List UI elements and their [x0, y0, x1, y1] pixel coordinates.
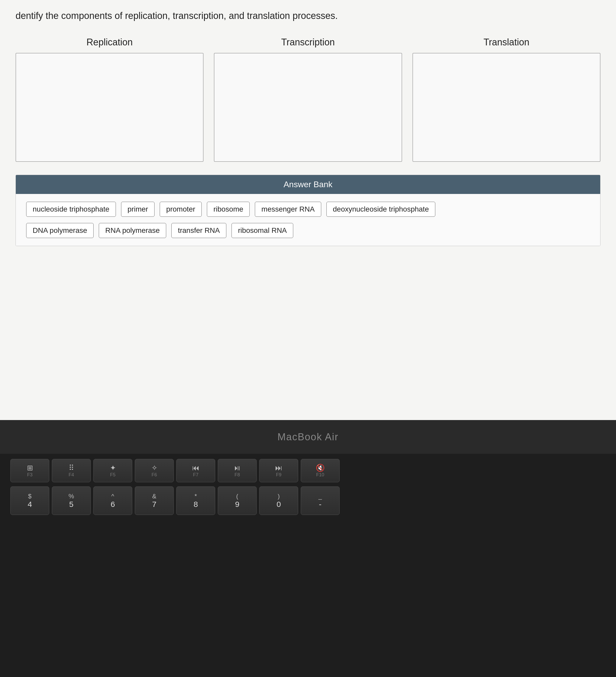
key-9-shift: (: [236, 493, 238, 500]
key-4-shift: $: [28, 493, 31, 500]
answer-bank-header: Answer Bank: [16, 175, 600, 194]
f4-label: F4: [68, 472, 74, 478]
chip-rna-polymerase[interactable]: RNA polymerase: [99, 223, 166, 238]
key-f10[interactable]: 🔇 F10: [301, 459, 340, 482]
answer-bank-body: nucleoside triphosphate primer promoter …: [16, 194, 600, 246]
column-replication: Replication: [15, 37, 203, 162]
chip-nucleoside-triphosphate[interactable]: nucleoside triphosphate: [26, 202, 116, 217]
key-f6[interactable]: ✧ F6: [135, 459, 174, 482]
key-7-shift: &: [152, 493, 156, 500]
key-7[interactable]: & 7: [135, 486, 174, 515]
chip-transfer-rna[interactable]: transfer RNA: [171, 223, 226, 238]
drop-zone-transcription[interactable]: [214, 53, 402, 162]
chip-promoter[interactable]: promoter: [160, 202, 202, 217]
key-6-base: 6: [111, 500, 115, 509]
key-8[interactable]: * 8: [176, 486, 215, 515]
f6-label: F6: [151, 472, 157, 478]
chip-primer[interactable]: primer: [121, 202, 154, 217]
num-row: $ 4 % 5 ^ 6 & 7 * 8 ( 9: [10, 486, 606, 515]
f3-label: F3: [27, 472, 33, 478]
key-6-shift: ^: [111, 493, 114, 500]
column-title-replication: Replication: [87, 37, 133, 48]
answer-bank: Answer Bank nucleoside triphosphate prim…: [15, 175, 601, 246]
chip-ribosomal-rna[interactable]: ribosomal RNA: [232, 223, 293, 238]
answer-row-2: DNA polymerase RNA polymerase transfer R…: [26, 223, 590, 238]
key-f9[interactable]: ⏭ F9: [259, 459, 298, 482]
laptop-brand-bar: MacBook Air: [0, 420, 616, 454]
key-4-base: 4: [28, 500, 32, 509]
key-5[interactable]: % 5: [52, 486, 91, 515]
f6-icon: ✧: [151, 464, 157, 472]
f7-icon: ⏮: [192, 464, 199, 472]
key-4[interactable]: $ 4: [10, 486, 49, 515]
f5-icon: ✦: [110, 464, 116, 472]
key-f5[interactable]: ✦ F5: [93, 459, 132, 482]
key-9-base: 9: [235, 500, 240, 509]
drop-zone-replication[interactable]: [15, 53, 203, 162]
screen-area: dentify the components of replication, t…: [0, 0, 616, 420]
f4-icon: ⠿: [69, 464, 74, 472]
key-f8[interactable]: ⏯ F8: [218, 459, 257, 482]
answer-row-1: nucleoside triphosphate primer promoter …: [26, 202, 590, 217]
column-translation: Translation: [413, 37, 601, 162]
key-8-base: 8: [194, 500, 198, 509]
chip-dna-polymerase[interactable]: DNA polymerase: [26, 223, 94, 238]
f9-icon: ⏭: [275, 464, 282, 472]
key-f4[interactable]: ⠿ F4: [52, 459, 91, 482]
column-transcription: Transcription: [214, 37, 402, 162]
f9-label: F9: [276, 472, 281, 478]
keyboard-area: ⊞ F3 ⠿ F4 ✦ F5 ✧ F6 ⏮ F7: [0, 454, 616, 677]
key-8-shift: *: [194, 493, 197, 500]
column-title-translation: Translation: [483, 37, 529, 48]
column-title-transcription: Transcription: [281, 37, 335, 48]
drop-zone-translation[interactable]: [413, 53, 601, 162]
key-minus-shift: _: [318, 493, 322, 500]
key-minus[interactable]: _ -: [301, 486, 340, 515]
key-5-shift: %: [68, 493, 74, 500]
key-0-base: 0: [277, 500, 281, 509]
chip-messenger-rna[interactable]: messenger RNA: [255, 202, 321, 217]
key-f7[interactable]: ⏮ F7: [176, 459, 215, 482]
key-5-base: 5: [69, 500, 74, 509]
key-0-shift: ): [278, 493, 280, 500]
key-7-base: 7: [152, 500, 156, 509]
f7-label: F7: [193, 472, 198, 478]
f8-label: F8: [234, 472, 240, 478]
f10-label: F10: [316, 472, 324, 478]
f8-icon: ⏯: [234, 464, 241, 472]
f5-label: F5: [110, 472, 115, 478]
columns-container: Replication Transcription Translation: [15, 37, 601, 162]
macbook-label: MacBook Air: [277, 432, 338, 443]
f10-icon: 🔇: [316, 464, 325, 472]
key-9[interactable]: ( 9: [218, 486, 257, 515]
laptop-bottom: MacBook Air ⊞ F3 ⠿ F4 ✦ F5 ✧ F6: [0, 420, 616, 677]
key-0[interactable]: ) 0: [259, 486, 298, 515]
f3-icon: ⊞: [27, 464, 33, 472]
key-6[interactable]: ^ 6: [93, 486, 132, 515]
key-minus-base: -: [319, 500, 322, 509]
fn-row: ⊞ F3 ⠿ F4 ✦ F5 ✧ F6 ⏮ F7: [10, 459, 606, 482]
chip-ribosome[interactable]: ribosome: [207, 202, 250, 217]
instruction-text: dentify the components of replication, t…: [15, 10, 601, 21]
chip-deoxynucleoside-triphosphate[interactable]: deoxynucleoside triphosphate: [326, 202, 435, 217]
key-f3[interactable]: ⊞ F3: [10, 459, 49, 482]
